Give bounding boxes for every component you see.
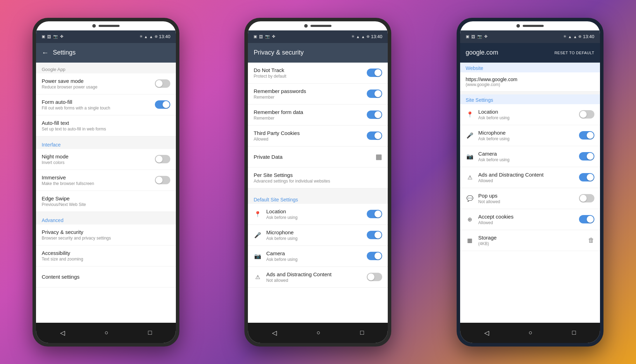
- settings-item-dnt[interactable]: Do Not Track Protect by default: [248, 63, 388, 84]
- speaker-3: [523, 25, 544, 27]
- settings-item-privacy[interactable]: Privacy & security Browser security and …: [36, 224, 176, 245]
- section-header-google-app: Google App: [36, 63, 176, 73]
- nav-back-1[interactable]: ◁: [53, 327, 72, 339]
- cookies-knob: [374, 132, 381, 139]
- settings-item-popups[interactable]: 💬 Pop ups Not allowed: [460, 188, 600, 209]
- settings-item-power-save[interactable]: Power save mode Reduce browser power usa…: [36, 73, 176, 94]
- signal-icon-2: ▲: [361, 35, 365, 39]
- location-3-toggle[interactable]: [579, 110, 594, 119]
- settings-item-night-mode[interactable]: Night mode Invert colors: [36, 149, 176, 170]
- nav-home-2[interactable]: ○: [310, 327, 328, 338]
- power-save-knob: [156, 80, 163, 87]
- ads-3-toggle[interactable]: [579, 173, 594, 181]
- reset-default-button[interactable]: RESET TO DEFAULT: [555, 51, 594, 55]
- settings-item-ads-2[interactable]: ⚠ Ads and Distracting Content Not allowe…: [248, 267, 388, 288]
- settings-item-private-data[interactable]: Private Data ▦: [248, 147, 388, 167]
- settings-item-edge-swipe[interactable]: Edge Swipe Previous/Next Web Site: [36, 191, 176, 212]
- settings-item-location-2[interactable]: 📍 Location Ask before using: [248, 204, 388, 225]
- ads-icon-2: ⚠: [253, 273, 262, 281]
- dnt-subtitle: Protect by default: [253, 74, 367, 79]
- settings-item-camera-2[interactable]: 📷 Camera Ask before using: [248, 246, 388, 267]
- location-2-toggle[interactable]: [367, 210, 382, 218]
- nav-back-2[interactable]: ◁: [265, 327, 284, 339]
- phone-wrapper-2: ▣ 🖼 📷 ✤ ✳ ▲ ▲ ⊕ 13:40 Privacy & security: [212, 0, 424, 364]
- passwords-toggle[interactable]: [367, 90, 382, 98]
- privacy-content[interactable]: Do Not Track Protect by default Remember…: [248, 63, 388, 323]
- settings-item-ads-3[interactable]: ⚠ Ads and Distracting Content Allowed: [460, 167, 600, 188]
- settings-item-immersive[interactable]: Immersive Make the browser fullscreen: [36, 170, 176, 191]
- settings-item-cookies[interactable]: Third Party Cookies Allowed: [248, 126, 388, 147]
- settings-item-autofill-text[interactable]: Auto-fill text Set up text to auto-fill …: [36, 115, 176, 136]
- website-url: https://www.google.com: [466, 77, 594, 82]
- nav-bar-1: ◁ ○ □: [36, 323, 176, 343]
- accept-cookies-title: Accept cookies: [478, 214, 579, 220]
- sb-icon-2: 🖼: [47, 35, 51, 39]
- night-mode-toggle[interactable]: [155, 155, 170, 163]
- settings-item-content[interactable]: Content settings: [36, 266, 176, 287]
- phone-inner-3: ▣ 🖼 📷 ✤ ✳ ▲ ▲ ⊕ 13:40 google.com: [460, 21, 600, 343]
- phone-wrapper-3: ▣ 🖼 📷 ✤ ✳ ▲ ▲ ⊕ 13:40 google.com: [424, 0, 636, 364]
- nav-recent-2[interactable]: □: [353, 327, 371, 338]
- settings-item-form-autofill[interactable]: Form auto-fill Fill out web forms with a…: [36, 94, 176, 115]
- settings-item-accept-cookies[interactable]: ⊕ Accept cookies Allowed: [460, 209, 600, 230]
- privacy-subtitle: Browser security and privacy settings: [42, 236, 170, 241]
- form-autofill-title: Form auto-fill: [42, 99, 155, 105]
- delete-icon[interactable]: 🗑: [588, 237, 594, 244]
- settings-item-form-data[interactable]: Remember form data Remember: [248, 105, 388, 126]
- form-autofill-knob: [163, 101, 170, 108]
- mic-2-toggle[interactable]: [367, 231, 382, 239]
- nav-recent-1[interactable]: □: [141, 327, 159, 338]
- site-content[interactable]: Website https://www.google.com (www.goog…: [460, 63, 600, 323]
- camera-2-toggle[interactable]: [367, 252, 382, 260]
- settings-item-microphone-2[interactable]: 🎤 Microphone Ask before using: [248, 225, 388, 246]
- site-settings-label-section: Site Settings: [460, 94, 600, 104]
- per-site-subtitle: Advanced settings for individual website…: [253, 179, 382, 184]
- cookies-toggle[interactable]: [367, 131, 382, 140]
- cookie-icon: ⊕: [466, 215, 474, 223]
- alarm-icon-3: ⊕: [578, 34, 581, 39]
- popups-toggle[interactable]: [579, 194, 594, 202]
- settings-item-location-3[interactable]: 📍 Location Ask before using: [460, 104, 600, 125]
- night-mode-subtitle: Invert colors: [42, 160, 155, 165]
- immersive-knob: [156, 177, 163, 184]
- wifi-icon-1: ▲: [144, 35, 148, 39]
- back-button-1[interactable]: ←: [42, 49, 49, 57]
- mic-icon-3: 🎤: [466, 131, 474, 140]
- settings-item-per-site[interactable]: Per Site Settings Advanced settings for …: [248, 167, 388, 188]
- app-bar-title-3: google.com: [466, 49, 550, 56]
- immersive-toggle[interactable]: [155, 176, 170, 184]
- mic-3-toggle[interactable]: [579, 131, 594, 140]
- wifi-icon-3: ▲: [568, 35, 572, 39]
- section-header-interface: Interface: [36, 136, 176, 149]
- camera-3-toggle[interactable]: [579, 152, 594, 160]
- accept-cookies-toggle[interactable]: [579, 215, 594, 223]
- ads-2-toggle[interactable]: [367, 273, 382, 281]
- dnt-toggle[interactable]: [367, 69, 382, 77]
- form-data-toggle[interactable]: [367, 110, 382, 119]
- nav-home-3[interactable]: ○: [522, 327, 539, 338]
- alarm-icon-2: ⊕: [366, 34, 370, 39]
- private-data-title: Private Data: [253, 154, 376, 160]
- settings-item-camera-3[interactable]: 📷 Camera Ask before using: [460, 146, 600, 167]
- status-time-1: 13:40: [159, 34, 171, 39]
- location-2-knob: [374, 210, 381, 217]
- website-info: https://www.google.com (www.google.com): [460, 72, 600, 92]
- settings-content-1[interactable]: Google App Power save mode Reduce browse…: [36, 63, 176, 323]
- status-bar-3: ▣ 🖼 📷 ✤ ✳ ▲ ▲ ⊕ 13:40: [460, 30, 600, 43]
- nav-back-3[interactable]: ◁: [477, 327, 496, 339]
- nav-home-1[interactable]: ○: [98, 327, 115, 338]
- power-save-toggle[interactable]: [155, 79, 170, 88]
- passwords-title: Remember passwords: [253, 88, 367, 94]
- website-url-sub: (www.google.com): [466, 82, 594, 87]
- night-mode-title: Night mode: [42, 154, 155, 159]
- app-bar-title-2: Privacy & security: [253, 49, 382, 56]
- power-save-title: Power save mode: [42, 78, 155, 84]
- form-autofill-toggle[interactable]: [155, 100, 170, 109]
- settings-item-mic-3[interactable]: 🎤 Microphone Ask before using: [460, 125, 600, 146]
- app-bar-3: google.com RESET TO DEFAULT: [460, 43, 600, 63]
- nav-recent-3[interactable]: □: [565, 327, 583, 338]
- settings-item-passwords[interactable]: Remember passwords Remember: [248, 84, 388, 105]
- settings-item-storage[interactable]: ▦ Storage (4KB) 🗑: [460, 230, 600, 251]
- location-3-title: Location: [478, 109, 579, 115]
- settings-item-accessibility[interactable]: Accessibility Text size and zooming: [36, 245, 176, 266]
